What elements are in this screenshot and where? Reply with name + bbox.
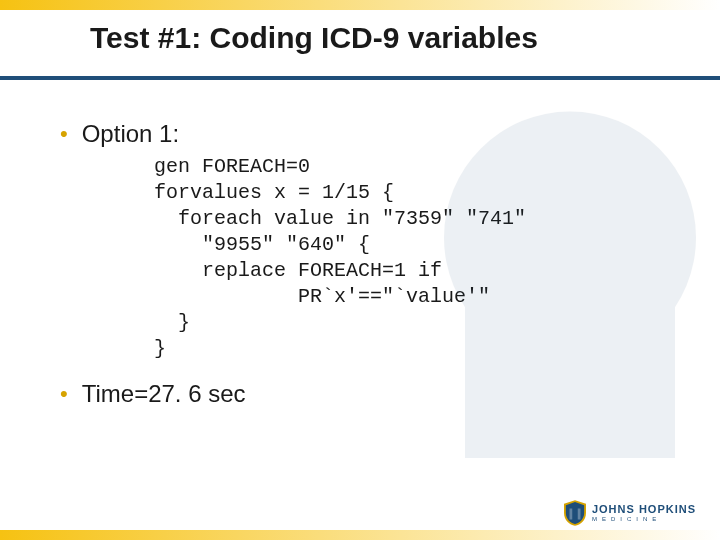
bullet-icon: • <box>60 380 68 408</box>
bullet-icon: • <box>60 120 68 148</box>
brand-block: JOHNS HOPKINS MEDICINE <box>564 500 696 526</box>
footer: JOHNS HOPKINS MEDICINE <box>0 530 720 540</box>
slide-title: Test #1: Coding ICD-9 variables <box>90 20 660 56</box>
brand-name: JOHNS HOPKINS <box>592 504 696 515</box>
content-area: • Option 1: gen FOREACH=0 forvalues x = … <box>0 80 720 408</box>
bullet-option: • Option 1: <box>60 120 660 148</box>
bullet-time-label: Time=27. 6 sec <box>82 380 246 408</box>
title-area: Test #1: Coding ICD-9 variables <box>0 10 720 62</box>
code-block: gen FOREACH=0 forvalues x = 1/15 { forea… <box>154 154 660 362</box>
bullet-option-label: Option 1: <box>82 120 179 148</box>
top-accent-bar <box>0 0 720 10</box>
bottom-accent-bar <box>0 530 720 540</box>
brand-text: JOHNS HOPKINS MEDICINE <box>592 504 696 522</box>
bullet-time: • Time=27. 6 sec <box>60 380 660 408</box>
brand-subtext: MEDICINE <box>592 516 696 522</box>
shield-icon <box>564 500 586 526</box>
